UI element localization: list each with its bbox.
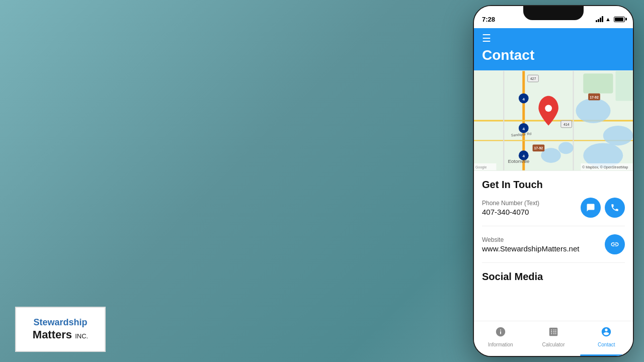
svg-point-27 bbox=[545, 105, 552, 112]
nav-label-calculator: Calculator bbox=[542, 342, 565, 347]
nav-label-contact: Contact bbox=[598, 342, 615, 347]
logo-line2: Matters INC. bbox=[33, 328, 88, 341]
website-row: Website www.StewardshipMatters.net bbox=[482, 234, 625, 254]
svg-point-6 bbox=[576, 99, 610, 123]
signal-icon bbox=[596, 16, 603, 22]
phone-label: Phone Number (Text) bbox=[482, 200, 581, 207]
svg-text:4: 4 bbox=[523, 97, 525, 102]
calculator-icon bbox=[548, 326, 559, 340]
divider-1 bbox=[482, 226, 625, 226]
svg-text:Google: Google bbox=[475, 165, 487, 169]
social-media-title: Social Media bbox=[482, 271, 625, 283]
app-title: Contact bbox=[482, 47, 534, 63]
logo-text: Stewardship Matters INC. bbox=[33, 317, 88, 341]
map-svg: 4 4 4 17-92 17-92 427 bbox=[474, 70, 633, 171]
active-tab-indicator bbox=[580, 354, 633, 356]
website-info: Website www.StewardshipMatters.net bbox=[482, 236, 605, 253]
scroll-content[interactable]: 4 4 4 17-92 17-92 427 bbox=[474, 70, 633, 356]
phone-notch bbox=[523, 6, 584, 20]
map-container[interactable]: 4 4 4 17-92 17-92 427 bbox=[474, 70, 633, 171]
logo-line1: Stewardship bbox=[33, 317, 88, 328]
divider-2 bbox=[482, 262, 625, 263]
bottom-nav: Information Calculator Contact bbox=[474, 321, 633, 356]
app-header: ☰ Contact bbox=[474, 28, 633, 70]
svg-text:427: 427 bbox=[530, 77, 536, 80]
svg-text:414: 414 bbox=[564, 123, 570, 126]
website-actions bbox=[605, 234, 625, 254]
phone-row: Phone Number (Text) 407-340-4070 bbox=[482, 198, 625, 218]
nav-item-contact[interactable]: Contact bbox=[580, 326, 633, 347]
status-bar: 7:28 ▲ bbox=[474, 6, 633, 28]
phone-value: 407-340-4070 bbox=[482, 208, 581, 216]
battery-icon bbox=[614, 17, 625, 22]
svg-text:4: 4 bbox=[523, 154, 525, 158]
information-icon bbox=[495, 326, 506, 340]
website-value: www.StewardshipMatters.net bbox=[482, 244, 605, 253]
call-button[interactable] bbox=[605, 198, 625, 218]
phone-actions bbox=[581, 198, 625, 218]
svg-point-10 bbox=[558, 142, 574, 154]
logo-container: Stewardship Matters INC. bbox=[15, 307, 106, 352]
get-in-touch-title: Get In Touch bbox=[482, 179, 625, 191]
svg-rect-12 bbox=[615, 71, 633, 101]
status-time: 7:28 bbox=[482, 16, 495, 23]
status-icons: ▲ bbox=[596, 16, 625, 22]
phone-mockup: 7:28 ▲ ☰ Contact bbox=[473, 5, 634, 357]
hamburger-menu[interactable]: ☰ bbox=[482, 32, 625, 44]
svg-rect-11 bbox=[583, 73, 613, 94]
phone-content: ☰ Contact bbox=[474, 28, 633, 356]
nav-item-information[interactable]: Information bbox=[474, 326, 527, 347]
svg-text:© Mapbox, © OpenStreetMap: © Mapbox, © OpenStreetMap bbox=[582, 165, 628, 169]
svg-text:17-92: 17-92 bbox=[534, 146, 543, 150]
wifi-icon: ▲ bbox=[605, 16, 611, 22]
svg-text:17-92: 17-92 bbox=[590, 96, 599, 99]
text-message-button[interactable] bbox=[581, 198, 601, 218]
contact-section: Get In Touch Phone Number (Text) 407-340… bbox=[474, 171, 633, 298]
svg-text:Eotonville: Eotonville bbox=[508, 158, 530, 164]
website-link-button[interactable] bbox=[605, 234, 625, 254]
phone-icon bbox=[610, 203, 619, 212]
website-label: Website bbox=[482, 236, 605, 243]
contact-nav-icon bbox=[601, 326, 612, 340]
phone-info: Phone Number (Text) 407-340-4070 bbox=[482, 200, 581, 216]
nav-label-information: Information bbox=[488, 342, 513, 347]
message-icon bbox=[586, 203, 595, 212]
svg-point-7 bbox=[603, 126, 633, 146]
link-icon bbox=[610, 240, 619, 249]
nav-item-calculator[interactable]: Calculator bbox=[527, 326, 580, 347]
svg-text:4: 4 bbox=[523, 127, 525, 131]
